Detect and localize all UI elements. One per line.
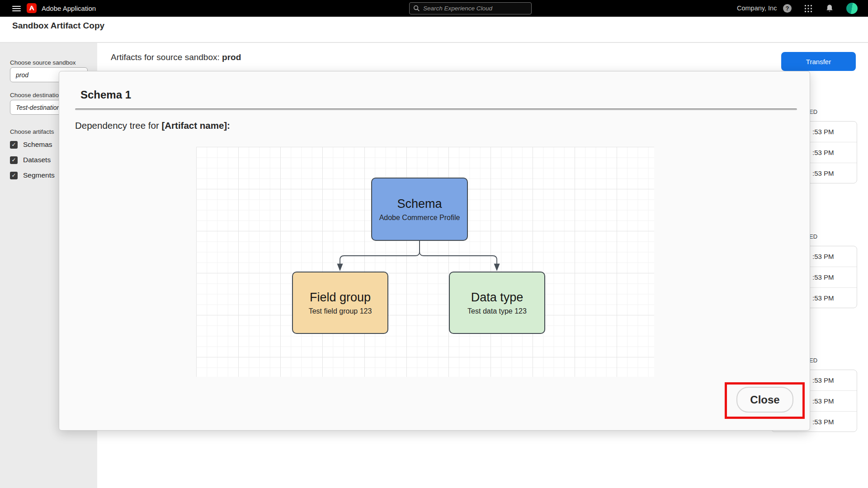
checkbox-row-datasets[interactable]: ✓ Datasets — [10, 156, 51, 164]
checkbox-row-segments[interactable]: ✓ Segments — [10, 171, 55, 179]
node-subtitle: Test field group 123 — [309, 307, 372, 315]
app-switcher-icon[interactable] — [805, 5, 812, 14]
application-window: Adobe Application Company, Inc ? — [0, 0, 868, 488]
table-column-header: ED — [809, 108, 817, 115]
arrowhead-icon — [337, 264, 343, 272]
datasets-checkbox-label: Datasets — [23, 156, 51, 164]
schemas-checkbox-label: Schemas — [23, 141, 52, 149]
arrowhead-icon — [494, 264, 500, 272]
header-divider — [0, 42, 868, 43]
schemas-checkbox[interactable]: ✓ — [10, 141, 18, 149]
dependency-tree-label: Dependency tree for [Artifact name]: — [75, 120, 230, 131]
node-title: Field group — [310, 291, 371, 305]
dialog-title: Schema 1 — [80, 89, 131, 101]
help-icon[interactable]: ? — [783, 4, 792, 13]
artifacts-heading: Artifacts for source sandbox: prod — [111, 52, 241, 62]
checkbox-row-schemas[interactable]: ✓ Schemas — [10, 141, 52, 149]
top-bar: Adobe Application Company, Inc ? — [0, 0, 868, 17]
search-bar[interactable] — [409, 2, 532, 14]
artifacts-heading-value: prod — [222, 52, 241, 62]
segments-checkbox[interactable]: ✓ — [10, 172, 18, 179]
node-title: Schema — [397, 197, 442, 211]
source-sandbox-label: Choose source sandbox — [10, 59, 76, 66]
notifications-bell-icon[interactable] — [826, 4, 834, 14]
diagram-node-schema[interactable]: Schema Adobe Commerce Profile — [371, 178, 468, 241]
table-column-header: ED — [809, 357, 817, 364]
node-subtitle: Adobe Commerce Profile — [379, 214, 460, 222]
dependency-tree-diagram: Schema Adobe Commerce Profile Field grou… — [196, 147, 654, 377]
search-icon — [413, 5, 420, 12]
artifacts-heading-prefix: Artifacts for source sandbox: — [111, 52, 222, 62]
app-title: Adobe Application — [42, 0, 96, 17]
org-name: Company, Inc — [737, 0, 777, 17]
diagram-node-data-type[interactable]: Data type Test data type 123 — [449, 272, 545, 334]
adobe-logo-icon[interactable] — [27, 3, 37, 13]
user-avatar[interactable] — [846, 3, 858, 14]
segments-checkbox-label: Segments — [23, 171, 55, 179]
page-title: Sandbox Artifact Copy — [12, 21, 104, 31]
diagram-node-field-group[interactable]: Field group Test field group 123 — [292, 272, 388, 334]
datasets-checkbox[interactable]: ✓ — [10, 156, 18, 164]
transfer-button[interactable]: Transfer — [781, 52, 856, 71]
dialog-divider — [75, 108, 797, 110]
dependency-tree-artifact-name: [Artifact name]: — [161, 120, 230, 131]
dependency-tree-label-prefix: Dependency tree for — [75, 120, 161, 131]
close-button[interactable]: Close — [736, 387, 793, 413]
hamburger-menu-icon[interactable] — [12, 5, 21, 12]
schema-dialog: Schema 1 Dependency tree for [Artifact n… — [59, 71, 810, 431]
choose-artifacts-label: Choose artifacts — [10, 128, 54, 135]
search-input[interactable] — [423, 5, 528, 12]
table-column-header: ED — [809, 233, 817, 240]
adobe-a-glyph — [28, 5, 35, 12]
node-subtitle: Test data type 123 — [467, 307, 527, 315]
node-title: Data type — [471, 291, 524, 305]
